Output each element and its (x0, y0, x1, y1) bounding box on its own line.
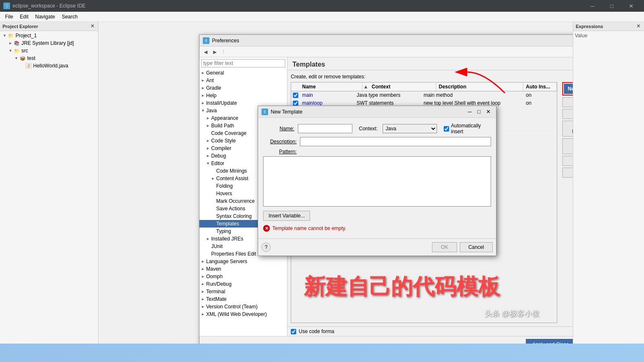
prefs-content-header: Templates (287, 57, 573, 70)
menu-edit[interactable]: Edit (16, 13, 32, 21)
library-icon: 📚 (13, 40, 20, 47)
pattern-label-row: Pattern: (263, 149, 491, 155)
prefs-item-general[interactable]: ►General (199, 69, 287, 77)
dialog-cancel-button[interactable]: Cancel (460, 242, 493, 252)
dialog-minimize-btn[interactable]: ─ (465, 107, 474, 116)
project1-label: Project_1 (16, 33, 37, 39)
check-col-header (291, 83, 300, 91)
remove-template-button[interactable]: Remove (562, 109, 573, 119)
prefs-item-label: Syntax Coloring (216, 213, 252, 219)
prefs-back-btn[interactable]: ◄ (201, 47, 210, 57)
edit-template-button[interactable]: Edit... (562, 97, 573, 107)
dialog-body: Name: Context: Java Automatically insert (258, 118, 496, 238)
auto-insert-checkbox[interactable] (444, 126, 449, 132)
prefs-item-label: Content Assist (216, 176, 248, 181)
row-check[interactable] (291, 93, 300, 98)
menu-search[interactable]: Search (58, 13, 81, 21)
dialog-title: New Template (271, 109, 465, 115)
test-label: test (27, 55, 35, 61)
panel-close-btn[interactable]: ✕ (89, 23, 96, 30)
prefs-item-rundebug[interactable]: ►Run/Debug (199, 280, 287, 288)
ok-button[interactable]: OK (432, 242, 457, 252)
main-area: Project Explorer ✕ ▼ 📁 Project_1 ► 📚 JRE (0, 22, 644, 344)
panel-header-buttons: ✕ (89, 23, 96, 30)
src-label: src (21, 48, 28, 54)
description-input[interactable] (300, 137, 491, 146)
prefs-icon: ☿ (203, 37, 209, 44)
eclipse-icon: ☿ (3, 3, 10, 9)
dialog-maximize-btn[interactable]: □ (474, 107, 484, 116)
workspace-area: ☿ Preferences ─ □ ✕ ◄ ► ⋮ (98, 22, 573, 344)
prefs-item-help[interactable]: ►Help (199, 92, 287, 99)
tree-item-helloworld[interactable]: J HelloWorld.java (0, 62, 98, 70)
prefs-item-label: Debug (211, 153, 226, 159)
menu-navigate[interactable]: Navigate (32, 13, 58, 21)
prefs-item-label: Ant (206, 78, 214, 83)
expressions-close-btn[interactable]: ✕ (635, 23, 641, 30)
row-check[interactable] (291, 101, 300, 106)
dialog-close-btn[interactable]: ✕ (484, 107, 493, 116)
prefs-item-label: Maven (206, 266, 221, 272)
prefs-item-label: Gradle (206, 85, 221, 91)
prefs-item-oomph[interactable]: ►Oomph (199, 273, 287, 280)
prefs-item-langservers[interactable]: ►Language Servers (199, 258, 287, 265)
desktop: ☿ eclipse_workspace - Eclipse IDE ─ □ ✕ … (0, 0, 644, 362)
jre-label: JRE System Library [jd] (21, 40, 74, 46)
pattern-area-wrap (263, 156, 491, 207)
new-template-button[interactable]: New... (564, 84, 573, 94)
prefs-right-buttons: New... Edit... Remove Restore Removed Re… (560, 82, 573, 323)
prefs-item-xml[interactable]: ►XML (Wild Web Developer) (199, 310, 287, 318)
export-button[interactable]: Export... (562, 168, 573, 178)
prefs-title-bar: ☿ Preferences ─ □ ✕ (199, 35, 573, 47)
help-button[interactable]: ? (261, 243, 271, 252)
tree-item-jre[interactable]: ► 📚 JRE System Library [jd] (0, 39, 98, 47)
prefs-item-maven[interactable]: ►Maven (199, 265, 287, 273)
close-button[interactable]: ✕ (621, 0, 641, 12)
restore-removed-button[interactable]: Restore Removed (562, 121, 573, 137)
import-button[interactable]: Import... (562, 156, 573, 166)
prefs-item-gradle[interactable]: ►Gradle (199, 84, 287, 92)
context-select[interactable]: Java (383, 124, 437, 133)
eclipse-title-bar: ☿ eclipse_workspace - Eclipse IDE ─ □ ✕ (0, 0, 644, 12)
name-input[interactable] (298, 124, 352, 133)
prefs-nav-sep: ⋮ (221, 49, 226, 54)
prefs-item-label: Help (206, 93, 217, 98)
prefs-item-ant[interactable]: ►Ant (199, 77, 287, 84)
prefs-footer: Use code forma (287, 326, 573, 336)
maximize-button[interactable]: □ (602, 0, 621, 12)
prefs-item-textmate[interactable]: ►TextMate (199, 295, 287, 303)
arrow-icon: ▼ (2, 34, 8, 38)
new-template-dialog: ☿ New Template ─ □ ✕ Name: C (258, 106, 497, 256)
pattern-textarea[interactable] (263, 156, 491, 207)
tree-item-src[interactable]: ▼ 📁 src (0, 47, 98, 54)
insert-variable-button[interactable]: Insert Variable... (263, 211, 310, 221)
arrow-icon: ► (8, 41, 13, 45)
prefs-item-label: Folding (216, 183, 233, 189)
prefs-forward-btn[interactable]: ► (210, 47, 220, 57)
expressions-title: Expressions (576, 24, 635, 29)
prefs-item-label: Java (206, 108, 217, 114)
dialog-footer: ? OK Cancel (258, 238, 496, 256)
menu-file[interactable]: File (2, 13, 16, 21)
prefs-item-label: TextMate (206, 296, 227, 302)
filter-input[interactable] (201, 59, 285, 67)
eclipse-title: eclipse_workspace - Eclipse IDE (13, 3, 583, 9)
tree-item-project1[interactable]: ▼ 📁 Project_1 (0, 32, 98, 39)
sort-icon[interactable]: ▲ (362, 83, 369, 91)
revert-default-button[interactable]: Revert to Default (562, 138, 573, 154)
prefs-item-versioncontrol[interactable]: ►Version Control (Team) (199, 303, 287, 310)
prefs-item-label: Terminal (206, 289, 225, 295)
prefs-item-label: Typing (216, 228, 231, 234)
prefs-item-label: Build Path (211, 123, 234, 129)
taskbar (0, 344, 644, 362)
auto-insert-text: Automatically insert (451, 123, 491, 134)
prefs-item-label: Version Control (Team) (206, 304, 258, 310)
use-code-format-checkbox[interactable] (291, 329, 296, 334)
tree-item-test[interactable]: ▼ 📦 test (0, 54, 98, 62)
apply-close-button[interactable]: Apply and Close (526, 339, 573, 344)
project-explorer-title: Project Explorer (3, 24, 89, 29)
use-code-format-label: Use code forma (299, 328, 334, 334)
minimize-button[interactable]: ─ (583, 0, 602, 12)
expressions-value-header: Value (573, 31, 644, 40)
prefs-item-terminal[interactable]: ►Terminal (199, 288, 287, 295)
